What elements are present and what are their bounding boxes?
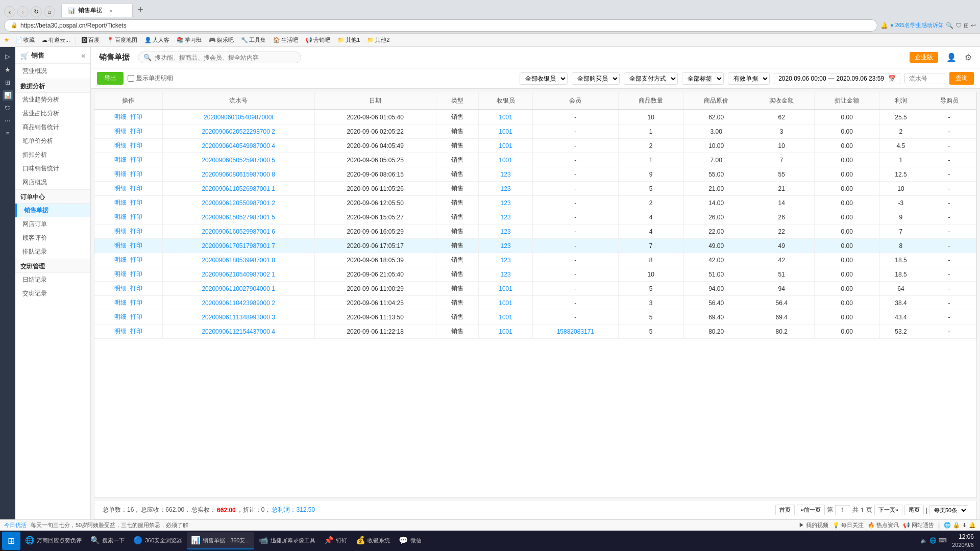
sn-cell[interactable]: 20200906210540987002 1 bbox=[162, 267, 314, 282]
bookmark-item-6[interactable]: 🎮娱乐吧 bbox=[206, 35, 237, 45]
nav-item-daily-record[interactable]: 日结记录 bbox=[15, 273, 90, 287]
shield-ext-icon[interactable]: 🛡 bbox=[955, 22, 962, 29]
grid-ext-icon[interactable]: ⊞ bbox=[964, 22, 969, 29]
detail-link[interactable]: 明细 bbox=[114, 256, 127, 263]
nav-close-icon[interactable]: × bbox=[81, 52, 85, 60]
taskbar-item-0[interactable]: 🌐万商回应点赞负评 bbox=[21, 532, 86, 549]
taskbar-item-6[interactable]: 💰收银系统 bbox=[352, 532, 394, 549]
sidebar-icon-grid[interactable]: ⊞ bbox=[4, 78, 12, 88]
print-link[interactable]: 打印 bbox=[130, 228, 142, 235]
header-search-input[interactable] bbox=[155, 54, 296, 61]
bookmark-item-9[interactable]: 📢营销吧 bbox=[302, 35, 333, 45]
taskbar-item-4[interactable]: 📹迅捷屏幕录像工具 bbox=[255, 532, 320, 549]
nav-item-flavor[interactable]: 口味销售统计 bbox=[15, 162, 90, 176]
sn-cell[interactable]: 20200906110423989000 2 bbox=[162, 296, 314, 310]
taskbar-item-7[interactable]: 💬微信 bbox=[395, 532, 426, 549]
print-link[interactable]: 打印 bbox=[130, 185, 142, 192]
print-link[interactable]: 打印 bbox=[130, 270, 142, 278]
sn-cell[interactable]: 20200906112154437000 4 bbox=[162, 324, 314, 339]
taskbar-item-1[interactable]: 🔍搜索一下 bbox=[86, 532, 129, 549]
nav-item-unit-price[interactable]: 笔单价分析 bbox=[15, 134, 90, 148]
taskbar-item-5[interactable]: 📌钉钉 bbox=[320, 532, 351, 549]
print-link[interactable]: 打印 bbox=[130, 156, 142, 163]
per-page-select[interactable]: 每页50条 bbox=[929, 505, 968, 515]
sn-cell[interactable]: 20200906050525987000 5 bbox=[162, 153, 314, 167]
print-link[interactable]: 打印 bbox=[130, 170, 142, 178]
sn-cell[interactable]: 20200906020522298700 2 bbox=[162, 124, 314, 139]
export-button[interactable]: 导出 bbox=[97, 72, 124, 85]
add-tab-btn[interactable]: + bbox=[135, 5, 146, 17]
sidebar-icon-shield[interactable]: 🛡 bbox=[3, 103, 12, 113]
detail-link[interactable]: 明细 bbox=[114, 299, 127, 306]
nav-item-proportion[interactable]: 营业占比分析 bbox=[15, 107, 90, 120]
ticket-number-search[interactable] bbox=[904, 73, 945, 84]
my-video[interactable]: ▶ 我的视频 bbox=[799, 521, 828, 529]
print-link[interactable]: 打印 bbox=[130, 113, 142, 120]
bookmark-item-10[interactable]: 📁其他1 bbox=[334, 35, 363, 45]
print-link[interactable]: 打印 bbox=[130, 128, 142, 135]
print-link[interactable]: 打印 bbox=[130, 213, 142, 220]
address-bar[interactable]: 🔒 https://beta30.pospal.cn/Report/Ticket… bbox=[4, 19, 877, 32]
detail-link[interactable]: 明细 bbox=[114, 213, 127, 220]
show-detail-checkbox[interactable] bbox=[128, 75, 134, 82]
sn-cell[interactable]: 20200906160529987001 6 bbox=[162, 224, 314, 239]
store-filter[interactable]: 全部购买员 bbox=[572, 72, 620, 85]
payment-filter[interactable]: 全部支付方式 bbox=[624, 72, 678, 85]
sn-cell[interactable]: 20200906150527987001 5 bbox=[162, 210, 314, 224]
detail-link[interactable]: 明细 bbox=[114, 328, 127, 335]
cashier-cell[interactable]: 1001 bbox=[479, 282, 533, 296]
taskbar-item-2[interactable]: 🔵360安全浏览器 bbox=[129, 532, 186, 549]
nav-item-queue[interactable]: 排队记录 bbox=[15, 245, 90, 259]
bookmark-item-5[interactable]: 📚学习班 bbox=[174, 35, 205, 45]
browser-forward-btn[interactable]: › bbox=[17, 6, 29, 17]
detail-link[interactable]: 明细 bbox=[114, 242, 127, 249]
cashier-cell[interactable]: 1001 bbox=[479, 310, 533, 324]
sn-cell[interactable]: 20200906010540987000l bbox=[162, 110, 314, 124]
cashier-cell[interactable]: 123 bbox=[479, 167, 533, 182]
browser-home-btn[interactable]: ⌂ bbox=[44, 6, 55, 17]
bookmark-item-0[interactable]: 📄收藏 bbox=[12, 35, 38, 45]
start-button[interactable]: ⊞ bbox=[2, 532, 20, 550]
print-link[interactable]: 打印 bbox=[130, 142, 142, 149]
cashier-cell[interactable]: 123 bbox=[479, 224, 533, 239]
status-filter[interactable]: 全部标签 bbox=[682, 72, 724, 85]
detail-link[interactable]: 明细 bbox=[114, 142, 127, 149]
order-type-filter[interactable]: 有效单据 bbox=[728, 72, 770, 85]
search-button[interactable]: 查询 bbox=[949, 72, 974, 85]
print-link[interactable]: 打印 bbox=[130, 256, 142, 263]
print-link[interactable]: 打印 bbox=[130, 285, 142, 292]
cashier-cell[interactable]: 1001 bbox=[479, 296, 533, 310]
search-ext-icon[interactable]: 🔍 bbox=[946, 22, 953, 29]
print-link[interactable]: 打印 bbox=[130, 242, 142, 249]
cashier-cell[interactable]: 123 bbox=[479, 210, 533, 224]
page-input[interactable] bbox=[835, 505, 850, 515]
print-link[interactable]: 打印 bbox=[130, 199, 142, 206]
detail-link[interactable]: 明细 bbox=[114, 199, 127, 206]
nav-item-online-orders[interactable]: 网店订单 bbox=[15, 217, 90, 231]
bookmark-item-4[interactable]: 👤人人客 bbox=[141, 35, 173, 45]
cashier-cell[interactable]: 123 bbox=[479, 196, 533, 210]
daily-note[interactable]: 💡 每日关注 bbox=[832, 521, 864, 529]
bookmark-item-11[interactable]: 📁其他2 bbox=[364, 35, 393, 45]
prev-page-btn[interactable]: «前一页 bbox=[797, 505, 825, 515]
back-ext-icon[interactable]: ↩ bbox=[971, 22, 976, 29]
nav-item-sales-tickets[interactable]: 销售单据 bbox=[15, 204, 90, 217]
detail-link[interactable]: 明细 bbox=[114, 170, 127, 178]
nav-section-sales[interactable]: 🛒 销售 × bbox=[15, 47, 90, 64]
detail-link[interactable]: 明细 bbox=[114, 285, 127, 292]
browser-back-btn[interactable]: ‹ bbox=[4, 6, 15, 17]
date-range[interactable]: 2020.09.06 00:00 — 2020.09.06 23:59 📅 bbox=[774, 73, 900, 84]
sidebar-icon-list[interactable]: ≡ bbox=[4, 129, 11, 139]
sn-cell[interactable]: 20200906110526987001 1 bbox=[162, 182, 314, 196]
sn-cell[interactable]: 20200906110027904000 1 bbox=[162, 282, 314, 296]
nav-item-trend[interactable]: 营业趋势分析 bbox=[15, 93, 90, 107]
web-notice[interactable]: 📢 网站通告 bbox=[903, 521, 934, 529]
detail-link[interactable]: 明细 bbox=[114, 228, 127, 235]
detail-link[interactable]: 明细 bbox=[114, 313, 127, 320]
user-icon[interactable]: 👤 bbox=[946, 53, 957, 62]
detail-link[interactable]: 明细 bbox=[114, 270, 127, 278]
sidebar-icon-star[interactable]: ★ bbox=[3, 64, 12, 75]
print-link[interactable]: 打印 bbox=[130, 313, 142, 320]
nav-item-online[interactable]: 网店概况 bbox=[15, 176, 90, 189]
show-detail-checkbox-label[interactable]: 显示单据明细 bbox=[128, 74, 173, 83]
